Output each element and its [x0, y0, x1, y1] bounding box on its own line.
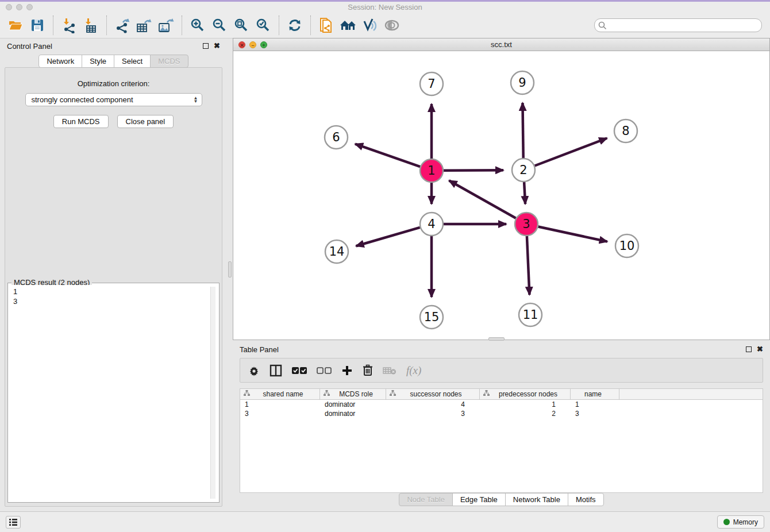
float-panel-icon[interactable]	[203, 43, 209, 49]
add-column-icon[interactable]	[341, 365, 353, 376]
deselect-all-icon[interactable]	[317, 367, 332, 375]
column-header-predecessor-nodes[interactable]: predecessor nodes	[480, 389, 571, 399]
graph-node-label: 8	[622, 124, 629, 138]
function-builder-icon[interactable]: f(x)	[406, 364, 421, 377]
graph-node-8[interactable]: 8	[614, 119, 637, 142]
export-network-icon[interactable]	[111, 14, 133, 36]
table-panel-title: Table Panel	[240, 345, 279, 354]
criterion-select[interactable]: strongly connected component ▲▼	[25, 93, 202, 106]
column-layout-icon[interactable]	[270, 364, 282, 377]
table-panel: Table Panel ✖	[233, 342, 770, 509]
tab-network-table[interactable]: Network Table	[505, 493, 568, 506]
graph-edge-2-9[interactable]	[522, 103, 523, 158]
network-window-titlebar[interactable]: ✕ – + scc.txt	[233, 38, 769, 51]
graph-node-14[interactable]: 14	[325, 240, 348, 263]
tab-edge-table[interactable]: Edge Table	[452, 493, 506, 506]
apply-layout-icon[interactable]	[284, 14, 306, 36]
clone-network-icon[interactable]	[315, 14, 337, 36]
zoom-selected-icon[interactable]	[252, 14, 274, 36]
search-field[interactable]	[594, 18, 762, 32]
graph-node-7[interactable]: 7	[420, 72, 443, 95]
hierarchy-icon	[324, 390, 330, 398]
chevron-updown-icon: ▲▼	[194, 97, 198, 103]
delete-table-icon[interactable]	[383, 366, 396, 375]
graph-node-1[interactable]: 1	[420, 159, 443, 182]
graph-node-label: 4	[428, 217, 435, 231]
column-header-shared-name[interactable]: shared name	[240, 389, 320, 399]
graph-node-10[interactable]: 10	[615, 234, 638, 257]
graph-edge-3-1[interactable]	[449, 180, 515, 218]
table-settings-gear-icon[interactable]	[248, 365, 260, 376]
memory-button[interactable]: Memory	[717, 515, 764, 529]
graph-node-label: 11	[523, 308, 538, 322]
graph-node-3[interactable]: 3	[515, 213, 538, 236]
table-toolbar: f(x)	[240, 358, 763, 383]
table-cell[interactable]: 4	[386, 400, 480, 408]
panel-splitter-handle[interactable]	[228, 261, 232, 277]
table-cell[interactable]: 3	[240, 410, 320, 418]
export-table-icon[interactable]	[133, 14, 155, 36]
table-splitter-handle[interactable]	[488, 337, 505, 341]
graph-edge-2-8[interactable]	[535, 138, 607, 165]
mcds-result-textarea[interactable]: 1 3	[10, 285, 217, 500]
table-cell[interactable]: dominator	[320, 410, 386, 418]
table-tabs: Node TableEdge TableNetwork TableMotifs	[233, 493, 770, 506]
table-cell[interactable]: dominator	[320, 400, 386, 408]
table-row[interactable]: 3dominator323	[240, 409, 763, 418]
table-cell[interactable]: 3	[571, 410, 619, 418]
graph-node-4[interactable]: 4	[420, 213, 443, 236]
result-scrollbar[interactable]	[210, 287, 215, 499]
graph-edge-1-6[interactable]	[355, 144, 420, 167]
table-cell[interactable]: 1	[480, 400, 571, 408]
zoom-in-icon[interactable]	[187, 14, 209, 36]
open-file-icon[interactable]	[5, 14, 26, 36]
table-cell[interactable]: 3	[386, 410, 480, 418]
delete-column-icon[interactable]	[363, 364, 373, 376]
zoom-out-icon[interactable]	[209, 14, 230, 36]
table-cell[interactable]: 1	[240, 400, 320, 408]
tab-node-table[interactable]: Node Table	[399, 493, 453, 506]
show-graphics-details-icon[interactable]	[381, 14, 403, 36]
tab-network[interactable]: Network	[38, 55, 82, 68]
search-input[interactable]	[609, 21, 758, 30]
graph-edge-3-10[interactable]	[538, 226, 607, 241]
task-history-button[interactable]	[6, 516, 21, 529]
graph-node-15[interactable]: 15	[420, 306, 443, 329]
node-table[interactable]: shared nameMCDS rolesuccessor nodesprede…	[240, 388, 763, 493]
select-all-icon[interactable]	[292, 367, 307, 375]
hide-panels-icon[interactable]	[359, 14, 381, 36]
tab-motifs[interactable]: Motifs	[568, 493, 604, 506]
close-panel-icon[interactable]: ✖	[214, 43, 220, 49]
network-canvas[interactable]: 7968124314101511	[233, 51, 769, 340]
graph-edge-1-2[interactable]	[444, 170, 503, 171]
column-header-MCDS-role[interactable]: MCDS role	[320, 389, 386, 399]
export-image-icon[interactable]	[155, 14, 177, 36]
graph-edge-2-3[interactable]	[524, 182, 525, 204]
tab-select[interactable]: Select	[114, 55, 151, 68]
graph-edge-4-14[interactable]	[356, 228, 420, 246]
run-mcds-button[interactable]: Run MCDS	[53, 115, 109, 128]
graph-node-2[interactable]: 2	[512, 159, 535, 182]
column-header-successor-nodes[interactable]: successor nodes	[386, 389, 480, 399]
column-header-name[interactable]: name	[571, 389, 619, 399]
mcds-result-box: MCDS result (2 nodes) 1 3	[7, 283, 220, 503]
table-row[interactable]: 1dominator411	[240, 400, 763, 409]
import-network-icon[interactable]	[58, 14, 80, 36]
tab-mcds[interactable]: MCDS	[150, 55, 188, 68]
import-table-icon[interactable]	[80, 14, 102, 36]
close-panel-button[interactable]: Close panel	[117, 115, 174, 128]
close-table-panel-icon[interactable]: ✖	[757, 346, 763, 352]
graph-node-11[interactable]: 11	[519, 303, 542, 326]
graph-edge-3-11[interactable]	[527, 236, 530, 295]
toolbar-separator	[106, 16, 107, 35]
save-session-icon[interactable]	[26, 14, 48, 36]
home-icon[interactable]	[337, 14, 359, 36]
graph-node-6[interactable]: 6	[325, 126, 348, 149]
table-cell[interactable]: 1	[571, 400, 619, 408]
graph-node-9[interactable]: 9	[511, 71, 534, 94]
tab-style[interactable]: Style	[82, 55, 114, 68]
table-cell[interactable]: 2	[480, 410, 571, 418]
zoom-fit-icon[interactable]	[230, 14, 252, 36]
float-table-panel-icon[interactable]	[746, 346, 752, 352]
network-view-window: ✕ – + scc.txt 7968124314101511	[233, 38, 770, 340]
